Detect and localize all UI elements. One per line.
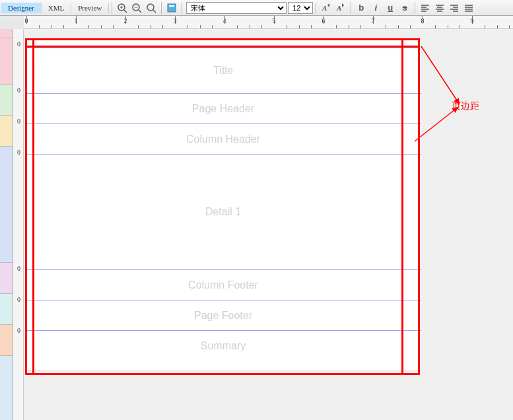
- band-column-footer[interactable]: Column Footer: [25, 269, 421, 300]
- ruler-label: 6: [322, 17, 325, 24]
- ruler-label: 0: [25, 17, 28, 24]
- decrease-font-icon[interactable]: A: [334, 1, 347, 15]
- ruler-label: 3: [174, 17, 177, 24]
- ruler-label: 2: [124, 17, 127, 24]
- increase-font-icon[interactable]: A: [320, 1, 333, 15]
- font-family-select[interactable]: 宋体: [186, 2, 287, 14]
- ruler-label: 7: [372, 17, 375, 24]
- svg-text:A: A: [336, 4, 341, 12]
- ruler-label: 9: [471, 17, 474, 24]
- canvas-area[interactable]: TitlePage HeaderColumn HeaderDetail 1Col…: [24, 29, 513, 420]
- vertical-band-indicator: [0, 29, 13, 420]
- band-detail-1[interactable]: Detail 1: [25, 154, 421, 270]
- v-ruler-label: 0: [17, 149, 20, 156]
- separator: [415, 2, 415, 14]
- zoom-fit-icon[interactable]: [145, 1, 158, 15]
- annotation-label: 页边距: [452, 100, 479, 112]
- v-ruler-label: 0: [17, 87, 20, 94]
- svg-point-7: [147, 4, 154, 11]
- separator: [182, 2, 182, 14]
- zoom-in-icon[interactable]: [116, 1, 129, 15]
- band-page-footer[interactable]: Page Footer: [25, 300, 421, 331]
- zoom-out-icon[interactable]: [130, 1, 143, 15]
- separator: [161, 2, 162, 14]
- band-column-header[interactable]: Column Header: [25, 123, 421, 155]
- svg-line-8: [153, 10, 156, 13]
- v-ruler-label: 0: [17, 118, 20, 125]
- page-margin-top: [25, 38, 421, 48]
- font-size-select[interactable]: 12: [288, 2, 313, 14]
- v-ruler-label: 0: [17, 265, 20, 272]
- report-page[interactable]: TitlePage HeaderColumn HeaderDetail 1Col…: [25, 38, 421, 370]
- ruler-label: 4: [223, 17, 226, 24]
- align-right-icon[interactable]: [448, 1, 461, 15]
- horizontal-ruler: 012345678910: [24, 16, 513, 29]
- svg-rect-9: [168, 4, 176, 12]
- separator: [351, 2, 351, 14]
- align-left-icon[interactable]: [419, 1, 432, 15]
- separator: [316, 2, 316, 14]
- svg-line-29: [421, 46, 460, 104]
- properties-icon[interactable]: [165, 1, 178, 15]
- v-ruler-label: 0: [17, 296, 20, 303]
- svg-line-5: [139, 10, 141, 13]
- main-toolbar: Designer XML Preview 宋体 12 A A b i u s: [0, 0, 513, 16]
- svg-line-1: [124, 10, 127, 13]
- band-page-header[interactable]: Page Header: [25, 93, 421, 124]
- tab-designer[interactable]: Designer: [1, 3, 42, 13]
- v-ruler-label: 0: [17, 327, 20, 334]
- align-center-icon[interactable]: [433, 1, 446, 15]
- svg-rect-10: [169, 5, 174, 7]
- ruler-label: 5: [273, 17, 276, 24]
- svg-text:A: A: [322, 4, 327, 12]
- underline-button[interactable]: u: [384, 1, 397, 15]
- workspace: 012345678910 0000000 TitlePage HeaderCol…: [0, 16, 513, 420]
- band-summary[interactable]: Summary: [25, 330, 421, 361]
- italic-button[interactable]: i: [369, 1, 382, 15]
- v-ruler-label: 0: [17, 40, 20, 48]
- ruler-label: 1: [75, 17, 78, 24]
- bold-button[interactable]: b: [355, 1, 368, 15]
- page-margin-bottom: [25, 361, 421, 370]
- ruler-label: 8: [421, 17, 425, 24]
- tab-xml[interactable]: XML: [42, 3, 71, 13]
- strike-button[interactable]: s: [398, 1, 411, 15]
- band-title[interactable]: Title: [25, 48, 421, 94]
- align-justify-icon[interactable]: [462, 1, 475, 15]
- tab-preview[interactable]: Preview: [71, 3, 109, 13]
- separator: [112, 2, 112, 14]
